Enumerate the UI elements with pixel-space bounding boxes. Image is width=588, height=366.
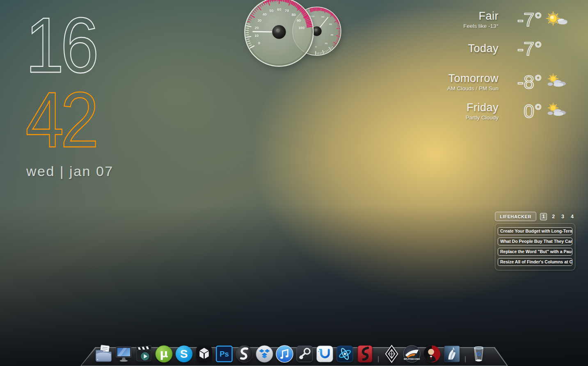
- svg-text:SPLIT/SECOND: SPLIT/SECOND: [404, 358, 420, 360]
- s-swirl-app-icon[interactable]: [235, 344, 254, 364]
- weather-day-label: Today: [468, 42, 499, 55]
- weather-forecast: Partly Cloudy: [466, 114, 499, 121]
- feed-item[interactable]: What Do People Buy That They Can...: [498, 238, 572, 245]
- svg-text:0: 0: [315, 45, 317, 48]
- svg-text:40: 40: [263, 12, 267, 16]
- desktop: 16 42 wed | jan 07 020406080100: [0, 0, 588, 366]
- weather-row-current: Fair Feels like -13° -7°: [433, 10, 569, 29]
- weather-forecast: AM Clouds / PM Sun: [447, 85, 499, 92]
- split-second-icon[interactable]: SPLIT/SECOND: [402, 344, 421, 364]
- clock-minutes: 42: [25, 80, 95, 159]
- svg-text:90: 90: [297, 18, 301, 23]
- cloud-sun-icon: [545, 73, 569, 92]
- feed-tab-1[interactable]: 1: [540, 213, 547, 220]
- svg-text:80: 80: [292, 13, 296, 17]
- feed-source-button[interactable]: LIFEHACKER: [495, 212, 536, 221]
- svg-text:70: 70: [285, 9, 289, 13]
- recycle-bin-icon[interactable]: ♻: [469, 344, 488, 364]
- feed-tab-2[interactable]: 2: [550, 213, 556, 220]
- weather-temp-tomorrow: -8°: [501, 72, 542, 92]
- svg-text:S: S: [180, 347, 188, 360]
- svg-text:0: 0: [258, 41, 260, 45]
- sun-cloud-icon: [545, 10, 569, 29]
- svg-text:50: 50: [269, 9, 273, 13]
- feed-item[interactable]: Resize All of Finder's Columns at O...: [498, 258, 572, 266]
- wolf-game-icon[interactable]: [442, 344, 462, 364]
- weather-temp-current: -7°: [501, 10, 542, 29]
- svg-text:60: 60: [277, 7, 281, 11]
- feed-tabs: 1 2 3 4: [540, 213, 575, 220]
- feed-item[interactable]: Replace the Word "But" with a Paus...: [498, 248, 572, 256]
- svg-text:µ: µ: [160, 347, 168, 360]
- hitman-icon[interactable]: [422, 344, 442, 364]
- red-game-icon[interactable]: [355, 344, 375, 364]
- uplay-icon[interactable]: [315, 344, 334, 364]
- file-manager-icon[interactable]: [94, 344, 113, 364]
- feed-list: Create Your Budget with Long-Term... Wha…: [495, 223, 575, 270]
- svg-text:100: 100: [298, 26, 304, 30]
- big-gauge: 0102030405060708090100: [243, 0, 315, 68]
- dock-icon-row: µ S Ps: [94, 344, 489, 364]
- weather-feels-like: Feels like -13°: [463, 23, 499, 29]
- cloud-sun-icon: [545, 102, 569, 121]
- weather-day-label: Friday: [467, 101, 499, 114]
- itunes-icon[interactable]: [275, 344, 294, 364]
- feed-item[interactable]: Create Your Budget with Long-Term...: [498, 227, 572, 235]
- my-computer-icon[interactable]: [114, 344, 133, 364]
- svg-text:Ps: Ps: [220, 350, 229, 358]
- feed-tab-4[interactable]: 4: [569, 213, 575, 220]
- weather-row-tomorrow: Tomorrow AM Clouds / PM Sun -8°: [433, 72, 569, 92]
- rss-feed-widget: LIFEHACKER 1 2 3 4 Create Your Budget wi…: [495, 212, 575, 270]
- svg-text:20: 20: [325, 42, 327, 45]
- dock-separator: [378, 356, 379, 362]
- svg-text:10: 10: [254, 34, 259, 38]
- svg-text:♻: ♻: [476, 350, 481, 357]
- unity-icon[interactable]: [194, 344, 214, 364]
- weather-widget: Fair Feels like -13° -7°: [433, 10, 569, 121]
- steam-icon[interactable]: [295, 344, 314, 364]
- utorrent-icon[interactable]: µ: [154, 344, 174, 364]
- weather-row-friday: Friday Partly Cloudy 0°: [433, 101, 569, 121]
- feed-header: LIFEHACKER 1 2 3 4: [495, 212, 575, 221]
- clock-date: wed | jan 07: [26, 163, 114, 179]
- svg-text:20: 20: [254, 26, 259, 30]
- dock: µ S Ps: [80, 344, 510, 366]
- weather-temp-friday: 0°: [501, 101, 542, 121]
- svg-text:60: 60: [329, 23, 332, 25]
- media-player-icon[interactable]: [134, 344, 153, 364]
- dock-separator: [465, 356, 466, 362]
- dropbox-icon[interactable]: [255, 344, 274, 364]
- clock-hours: 16: [25, 6, 95, 85]
- weather-temp-today: -7°: [501, 39, 542, 58]
- weather-day-label: Tomorrow: [448, 72, 499, 85]
- skype-icon[interactable]: S: [174, 344, 194, 364]
- feed-tab-3[interactable]: 3: [560, 213, 566, 220]
- svg-text:40: 40: [330, 33, 333, 36]
- svg-text:30: 30: [257, 18, 261, 23]
- clock-widget: 16 42 wed | jan 07: [21, 0, 153, 189]
- svg-text:80: 80: [321, 15, 324, 18]
- weather-condition: Fair: [479, 10, 499, 23]
- skyrim-icon[interactable]: [382, 344, 401, 364]
- battlenet-icon[interactable]: [335, 344, 355, 364]
- weather-row-today: Today -7°: [433, 39, 569, 58]
- photoshop-icon[interactable]: Ps: [215, 344, 234, 364]
